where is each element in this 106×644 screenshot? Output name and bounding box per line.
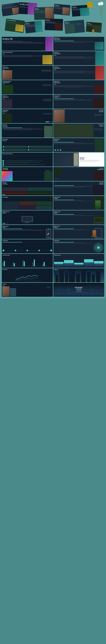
studio-text-overlay: Svelte Studio [54, 269, 59, 270]
founder-title: Founder ofSvelte Studio [2, 66, 53, 69]
slide-engage: Engage withOur Team [2, 109, 53, 123]
break-content: BREAK SLIDE [79, 152, 104, 166]
slide-stacked-chart: Stacked Chart [53, 254, 104, 268]
svg-point-7 [37, 276, 37, 276]
svg-point-5 [22, 277, 22, 277]
founder-end-title: Founder [2, 283, 53, 285]
slide-launch: Launch ofSvelte Studio [53, 51, 104, 65]
svg-rect-15 [92, 274, 95, 282]
slide-founder-end: Founder [2, 283, 53, 297]
svg-rect-24 [86, 292, 89, 297]
break-slide-label: SLIDE [80, 158, 103, 160]
offering-2-list [3, 160, 52, 166]
svelte-nav-dots [42, 50, 44, 50]
city-skyline [53, 268, 104, 282]
row-18: Founder [2, 283, 104, 297]
row-13: Desktop LayoutMockup Laptop LayoutMockup [2, 210, 104, 224]
slide-break: BREAK SLIDE [53, 152, 104, 166]
clustered-title: Clustured Chart [2, 254, 53, 256]
discover-text [93, 114, 103, 116]
slide-gallery-layout: Gallery LayoutUnveiled [53, 196, 104, 210]
founder-text [41, 69, 52, 72]
thank-you-skyline [53, 287, 104, 297]
infographic-2-title: Infographic [53, 240, 104, 242]
stacked-title: Stacked Chart [53, 254, 104, 256]
slide-gallery: Our Gallery [2, 196, 53, 210]
rocket-icon: 🚀 [47, 233, 49, 235]
svg-rect-8 [55, 274, 58, 282]
svg-rect-21 [72, 291, 75, 297]
row-10: ShowcasingOur Portfolio Our BestCollabor… [2, 167, 104, 181]
star-title: Our StarProducts [53, 182, 104, 185]
slide-laptop: Laptop LayoutMockup [53, 210, 104, 224]
slide-studio: Svelte Studio [53, 268, 104, 282]
slide-desktop: Desktop LayoutMockup [2, 210, 53, 224]
svg-point-6 [28, 276, 29, 276]
svg-rect-23 [82, 290, 85, 297]
laptop-shape [94, 218, 103, 224]
slide-best-collab: Our BestCollaboration [53, 167, 104, 181]
scatter-slide-8: Mission forSvelte Studio [45, 18, 63, 30]
svg-rect-9 [59, 271, 64, 282]
monitor-shape [21, 216, 33, 223]
lamp-decoration [92, 230, 96, 238]
slide-connect: Connect withOur Team [53, 95, 104, 108]
svg-rect-16 [96, 271, 100, 282]
collab-text [42, 84, 52, 86]
engage-text [42, 113, 52, 115]
row-17: Line Chart [2, 268, 104, 282]
stacked-bars [54, 259, 104, 267]
row-1: SVELTE Welcome toSvelte Studio [2, 37, 104, 51]
line-chart-svg [3, 273, 52, 281]
svg-rect-13 [81, 270, 86, 282]
history-title: History Svelte Studio [2, 51, 53, 54]
gallery-product [95, 200, 101, 209]
row-2: History Svelte Studio Launch ofSvelte St… [2, 51, 104, 65]
tablet-title: Tablet LayoutMockup [53, 225, 104, 228]
slide-clustered-chart: Clustured Chart [2, 254, 53, 268]
svg-rect-12 [76, 274, 80, 282]
scatter-slide-5: Welcome toSvelte Studio [72, 5, 89, 16]
slide-creator: Creator ofSvelte Studio [53, 66, 104, 80]
laptop-title: Laptop LayoutMockup [53, 210, 104, 214]
slide-star-products: Our StarProducts [53, 182, 104, 196]
flower-decoration [94, 2, 103, 20]
scatter-slide-7: Launch ofSvelte Studio [25, 20, 43, 34]
slide-tablet: Tablet LayoutMockup [53, 225, 104, 239]
svg-rect-18 [57, 289, 61, 297]
slide-showcasing: ShowcasingOur Portfolio [2, 167, 53, 181]
scatter-area: Collaborative Works Svelte Studio SVELTE… [2, 2, 104, 36]
row-16: Clustured Chart [2, 254, 104, 268]
slide-discover: DiscoverOur Team [53, 109, 104, 123]
concentric-circles [93, 242, 103, 252]
line-chart-title: Line Chart [2, 268, 53, 271]
row-15: Infographic [2, 240, 104, 253]
slide-svelte-main: SVELTE [2, 37, 53, 51]
spotlight-grid [2, 188, 52, 195]
slide-infographic-1: Infographic [2, 240, 53, 253]
special-services-title: Our SpecialServices [2, 138, 53, 142]
slide-thank-you: THANK YOU [53, 283, 104, 297]
scatter-slide-1: Collaborative Works Svelte Studio [2, 2, 21, 16]
slide-spotlight: Spotlighton Our Best [2, 182, 53, 196]
slide-mission: Mission forSvelte Studio [53, 80, 104, 94]
infographic-1-title: Infographic [2, 240, 53, 242]
engage-title: Engage withOur Team [2, 109, 53, 113]
row-6: Engage withOur Team DiscoverOur Team [2, 109, 104, 123]
slide-introduce: IntroduceOur Expert [2, 124, 53, 138]
slides-grid: SVELTE Welcome toSvelte Studio [2, 37, 104, 297]
row-11: Spotlighton Our Best Our StarProducts [2, 182, 104, 196]
phone-title: Phone LayoutMockup [2, 225, 53, 228]
gallery-vinyl [49, 196, 52, 200]
slide-special-services: Our SpecialServices [2, 138, 53, 152]
scatter-slide-3: Creator ofSvelte Studio [34, 7, 54, 20]
slide-history: History Svelte Studio [2, 51, 53, 65]
svg-rect-11 [69, 269, 75, 282]
coffee-cup-decoration [87, 2, 92, 8]
row-12: Our Gallery Gallery LayoutUnveiled [2, 196, 104, 210]
scatter-slide-6: History Svelte Studio [5, 18, 25, 33]
slide-infographic-2: Infographic [53, 240, 104, 253]
svg-rect-20 [66, 288, 71, 297]
row-9: Offering Our Services [2, 152, 104, 166]
break-title: BREAK [80, 157, 103, 158]
